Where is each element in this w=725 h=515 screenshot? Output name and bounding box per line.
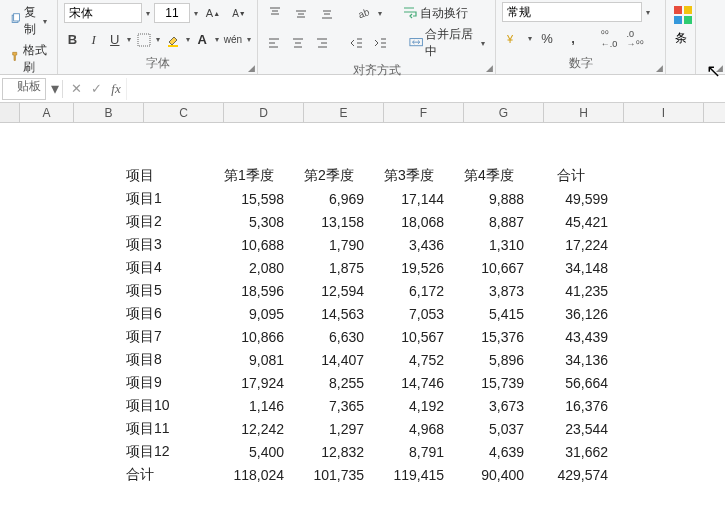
data-cell[interactable]: 4,639 [454,441,532,462]
table-header-cell[interactable]: 合计 [534,165,616,186]
data-cell[interactable]: 13,158 [294,211,372,232]
chevron-down-icon[interactable]: ▾ [215,35,219,44]
data-cell[interactable]: 10,567 [374,326,452,347]
table-header-cell[interactable]: 项目 [126,165,212,186]
chevron-down-icon[interactable]: ▾ [194,9,198,18]
data-cell[interactable]: 15,739 [454,372,532,393]
data-cell[interactable]: 14,563 [294,303,372,324]
data-cell[interactable]: 8,255 [294,372,372,393]
font-size-select[interactable] [154,3,190,23]
row-label-cell[interactable]: 项目12 [126,441,212,462]
data-cell[interactable]: 4,968 [374,418,452,439]
data-cell[interactable]: 45,421 [534,211,616,232]
chevron-down-icon[interactable]: ▾ [528,34,532,43]
orientation-button[interactable]: ab [352,2,374,24]
data-cell[interactable]: 36,126 [534,303,616,324]
chevron-down-icon[interactable]: ▾ [127,35,131,44]
row-label-cell[interactable]: 项目2 [126,211,212,232]
align-middle-button[interactable] [290,2,312,24]
table-header-cell[interactable]: 第4季度 [454,165,532,186]
merge-center-button[interactable]: 合并后居中 ▾ [405,24,489,62]
align-left-button[interactable] [264,32,284,54]
comma-button[interactable]: , [562,28,584,50]
data-cell[interactable]: 5,415 [454,303,532,324]
data-cell[interactable]: 15,598 [214,188,292,209]
increase-font-button[interactable]: A▲ [202,2,224,24]
data-cell[interactable]: 1,297 [294,418,372,439]
data-cell[interactable]: 17,924 [214,372,292,393]
underline-button[interactable]: U [106,29,123,51]
column-header[interactable]: B [74,103,144,122]
data-cell[interactable]: 101,735 [294,464,372,485]
row-label-cell[interactable]: 项目4 [126,257,212,278]
data-cell[interactable]: 90,400 [454,464,532,485]
row-label-cell[interactable]: 项目5 [126,280,212,301]
data-cell[interactable]: 6,630 [294,326,372,347]
row-label-cell[interactable]: 项目10 [126,395,212,416]
data-cell[interactable]: 429,574 [534,464,616,485]
chevron-down-icon[interactable]: ▾ [146,9,150,18]
data-cell[interactable]: 10,866 [214,326,292,347]
data-cell[interactable]: 3,873 [454,280,532,301]
expand-icon[interactable]: ◢ [656,63,663,73]
chevron-down-icon[interactable]: ▾ [186,35,190,44]
data-cell[interactable]: 1,146 [214,395,292,416]
format-painter-button[interactable]: 格式刷 [6,40,51,78]
expand-icon[interactable]: ◢ [716,63,723,73]
row-label-cell[interactable]: 项目11 [126,418,212,439]
column-header[interactable]: I [624,103,704,122]
table-header-cell[interactable]: 第1季度 [214,165,292,186]
row-label-cell[interactable]: 项目1 [126,188,212,209]
data-cell[interactable]: 5,896 [454,349,532,370]
number-format-select[interactable] [502,2,642,22]
font-name-select[interactable] [64,3,142,23]
data-cell[interactable]: 1,875 [294,257,372,278]
row-label-cell[interactable]: 项目7 [126,326,212,347]
data-cell[interactable]: 12,594 [294,280,372,301]
data-cell[interactable]: 9,081 [214,349,292,370]
data-cell[interactable]: 7,365 [294,395,372,416]
bold-button[interactable]: B [64,29,81,51]
select-all-corner[interactable] [0,103,20,122]
data-cell[interactable]: 5,400 [214,441,292,462]
table-header-cell[interactable]: 第3季度 [374,165,452,186]
data-cell[interactable]: 12,242 [214,418,292,439]
data-cell[interactable]: 34,148 [534,257,616,278]
data-cell[interactable]: 4,192 [374,395,452,416]
data-cell[interactable]: 119,415 [374,464,452,485]
data-cell[interactable]: 4,752 [374,349,452,370]
copy-button[interactable]: 复制 ▾ [6,2,51,40]
data-cell[interactable]: 10,667 [454,257,532,278]
column-header[interactable]: F [384,103,464,122]
phonetic-button[interactable]: wén [223,29,243,51]
data-cell[interactable]: 9,888 [454,188,532,209]
column-header[interactable]: A [20,103,74,122]
data-cell[interactable]: 49,599 [534,188,616,209]
data-cell[interactable]: 16,376 [534,395,616,416]
fx-button[interactable]: fx [106,81,126,97]
data-cell[interactable]: 2,080 [214,257,292,278]
data-cell[interactable]: 15,376 [454,326,532,347]
column-header[interactable]: E [304,103,384,122]
data-cell[interactable]: 17,144 [374,188,452,209]
data-cell[interactable]: 23,544 [534,418,616,439]
align-center-button[interactable] [288,32,308,54]
align-top-button[interactable] [264,2,286,24]
chevron-down-icon[interactable]: ▾ [156,35,160,44]
row-label-cell[interactable]: 项目9 [126,372,212,393]
data-cell[interactable]: 8,791 [374,441,452,462]
data-cell[interactable]: 9,095 [214,303,292,324]
sheet-body[interactable]: 项目第1季度第2季度第3季度第4季度合计项目115,5986,96917,144… [0,123,725,515]
data-cell[interactable]: 7,053 [374,303,452,324]
font-color-button[interactable]: A [194,29,211,51]
row-label-cell[interactable]: 项目3 [126,234,212,255]
chevron-down-icon[interactable]: ▾ [378,9,382,18]
data-cell[interactable]: 10,688 [214,234,292,255]
row-label-cell[interactable]: 项目6 [126,303,212,324]
data-cell[interactable]: 3,673 [454,395,532,416]
data-cell[interactable]: 5,037 [454,418,532,439]
fill-color-button[interactable] [164,29,181,51]
data-cell[interactable]: 3,436 [374,234,452,255]
data-cell[interactable]: 118,024 [214,464,292,485]
wrap-text-button[interactable]: 自动换行 [398,3,472,24]
